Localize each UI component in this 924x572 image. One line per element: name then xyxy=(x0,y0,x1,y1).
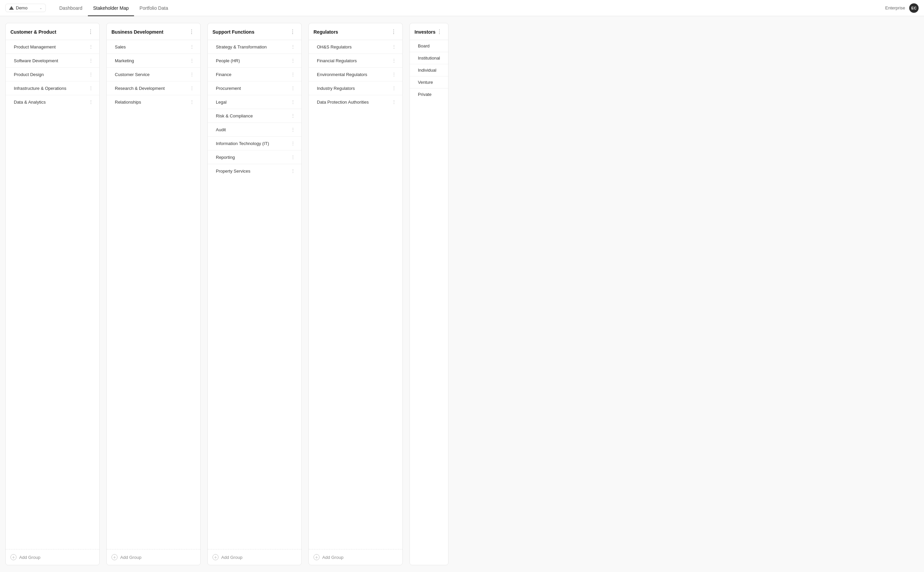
list-item[interactable]: Procurement⋮ xyxy=(208,81,301,95)
list-item[interactable]: OH&S Regulators⋮ xyxy=(309,40,402,54)
list-item[interactable]: Financial Regulators⋮ xyxy=(309,54,402,68)
column-header-customer_product: Customer & Product⋮ xyxy=(6,23,99,40)
list-item[interactable]: Board xyxy=(410,40,448,52)
list-item[interactable]: Individual xyxy=(410,64,448,76)
list-item[interactable]: People (HR)⋮ xyxy=(208,54,301,68)
list-item[interactable]: Infrastructure & Operations⋮ xyxy=(6,81,99,95)
column-title-support_functions: Support Functions xyxy=(212,29,254,35)
group-item-label: Procurement xyxy=(216,86,286,91)
group-item-label: Product Management xyxy=(14,44,84,50)
column-menu-icon-customer_product[interactable]: ⋮ xyxy=(87,28,95,36)
list-item[interactable]: Venture xyxy=(410,76,448,89)
add-group-button-customer_product[interactable]: +Add Group xyxy=(6,549,99,565)
app-logo[interactable]: Demo ⌄ xyxy=(5,4,46,12)
tab-portfolio-data[interactable]: Portfolio Data xyxy=(134,0,173,16)
list-item[interactable]: Environmental Regulators⋮ xyxy=(309,68,402,81)
item-menu-icon[interactable]: ⋮ xyxy=(188,57,196,64)
item-menu-icon[interactable]: ⋮ xyxy=(87,99,95,105)
tab-dashboard[interactable]: Dashboard xyxy=(54,0,88,16)
group-item-label: Environmental Regulators xyxy=(317,72,387,77)
list-item[interactable]: Software Development⋮ xyxy=(6,54,99,68)
list-item[interactable]: Private xyxy=(410,89,448,100)
list-item[interactable]: Audit⋮ xyxy=(208,123,301,137)
item-menu-icon[interactable]: ⋮ xyxy=(289,99,297,105)
item-menu-icon[interactable]: ⋮ xyxy=(87,85,95,92)
item-menu-icon[interactable]: ⋮ xyxy=(87,71,95,78)
item-menu-icon[interactable]: ⋮ xyxy=(390,44,398,50)
item-menu-icon[interactable]: ⋮ xyxy=(289,140,297,147)
list-item[interactable]: Strategy & Transformation⋮ xyxy=(208,40,301,54)
list-item[interactable]: Institutional xyxy=(410,52,448,64)
group-list-support_functions: Strategy & Transformation⋮ People (HR)⋮ … xyxy=(208,40,301,549)
item-menu-icon[interactable]: ⋮ xyxy=(289,112,297,119)
item-menu-icon[interactable]: ⋮ xyxy=(289,57,297,64)
item-menu-icon[interactable]: ⋮ xyxy=(87,57,95,64)
list-item[interactable]: Information Technology (IT)⋮ xyxy=(208,137,301,151)
group-item-label: Reporting xyxy=(216,155,286,160)
group-item-label: Strategy & Transformation xyxy=(216,44,286,50)
group-item-label: Risk & Compliance xyxy=(216,113,286,118)
item-menu-icon[interactable]: ⋮ xyxy=(289,168,297,174)
list-item[interactable]: Data & Analytics⋮ xyxy=(6,95,99,109)
group-item-label: Information Technology (IT) xyxy=(216,141,286,146)
list-item[interactable]: Product Design⋮ xyxy=(6,68,99,81)
item-menu-icon[interactable]: ⋮ xyxy=(289,44,297,50)
list-item[interactable]: Relationships⋮ xyxy=(107,95,200,109)
tab-stakeholder-map[interactable]: Stakeholder Map xyxy=(88,0,134,16)
add-group-label: Add Group xyxy=(221,555,242,560)
item-menu-icon[interactable]: ⋮ xyxy=(87,44,95,50)
group-item-label: Data & Analytics xyxy=(14,99,84,105)
enterprise-label: Enterprise xyxy=(885,5,905,11)
column-menu-icon-investors[interactable]: ⋮ xyxy=(435,28,444,36)
list-item[interactable]: Customer Service⋮ xyxy=(107,68,200,81)
group-item-label: OH&S Regulators xyxy=(317,44,387,50)
item-menu-icon[interactable]: ⋮ xyxy=(289,71,297,78)
add-group-label: Add Group xyxy=(19,555,41,560)
group-list-customer_product: Product Management⋮ Software Development… xyxy=(6,40,99,549)
column-menu-icon-business_development[interactable]: ⋮ xyxy=(187,28,196,36)
list-item[interactable]: Sales⋮ xyxy=(107,40,200,54)
group-item-label: People (HR) xyxy=(216,58,286,63)
item-menu-icon[interactable]: ⋮ xyxy=(390,71,398,78)
column-menu-icon-regulators[interactable]: ⋮ xyxy=(390,28,398,36)
item-menu-icon[interactable]: ⋮ xyxy=(188,99,196,105)
list-item[interactable]: Reporting⋮ xyxy=(208,151,301,164)
group-list-business_development: Sales⋮ Marketing⋮ Customer Service⋮ Rese… xyxy=(107,40,200,549)
chevron-down-icon: ⌄ xyxy=(39,6,42,10)
list-item[interactable]: Data Protection Authorities⋮ xyxy=(309,95,402,109)
plus-circle-icon: + xyxy=(11,554,17,560)
group-item-label: Property Services xyxy=(216,169,286,174)
logo-triangle-icon xyxy=(9,6,14,10)
item-menu-icon[interactable]: ⋮ xyxy=(188,44,196,50)
list-item[interactable]: Product Management⋮ xyxy=(6,40,99,54)
item-menu-icon[interactable]: ⋮ xyxy=(289,126,297,133)
list-item[interactable]: Legal⋮ xyxy=(208,95,301,109)
group-list-investors: Board Institutional Individual Venture P… xyxy=(410,40,448,565)
item-menu-icon[interactable]: ⋮ xyxy=(188,85,196,92)
group-item-label: Product Design xyxy=(14,72,84,77)
add-group-button-support_functions[interactable]: +Add Group xyxy=(208,549,301,565)
group-item-label: Customer Service xyxy=(115,72,185,77)
list-item[interactable]: Risk & Compliance⋮ xyxy=(208,109,301,123)
list-item[interactable]: Industry Regulators⋮ xyxy=(309,81,402,95)
item-menu-icon[interactable]: ⋮ xyxy=(289,85,297,92)
avatar[interactable]: EC xyxy=(909,3,919,13)
add-group-button-regulators[interactable]: +Add Group xyxy=(309,549,402,565)
item-menu-icon[interactable]: ⋮ xyxy=(390,99,398,105)
column-menu-icon-support_functions[interactable]: ⋮ xyxy=(288,28,297,36)
header: Demo ⌄ Dashboard Stakeholder Map Portfol… xyxy=(0,0,924,16)
plus-circle-icon: + xyxy=(111,554,117,560)
group-item-label: Research & Development xyxy=(115,86,185,91)
list-item[interactable]: Finance⋮ xyxy=(208,68,301,81)
list-item[interactable]: Research & Development⋮ xyxy=(107,81,200,95)
list-item[interactable]: Property Services⋮ xyxy=(208,164,301,178)
item-menu-icon[interactable]: ⋮ xyxy=(188,71,196,78)
column-business_development: Business Development⋮ Sales⋮ Marketing⋮ … xyxy=(106,23,201,565)
item-menu-icon[interactable]: ⋮ xyxy=(390,57,398,64)
item-menu-icon[interactable]: ⋮ xyxy=(289,154,297,160)
add-group-button-business_development[interactable]: +Add Group xyxy=(107,549,200,565)
item-menu-icon[interactable]: ⋮ xyxy=(390,85,398,92)
add-group-label: Add Group xyxy=(322,555,343,560)
list-item[interactable]: Marketing⋮ xyxy=(107,54,200,68)
column-regulators: Regulators⋮ OH&S Regulators⋮ Financial R… xyxy=(309,23,403,565)
